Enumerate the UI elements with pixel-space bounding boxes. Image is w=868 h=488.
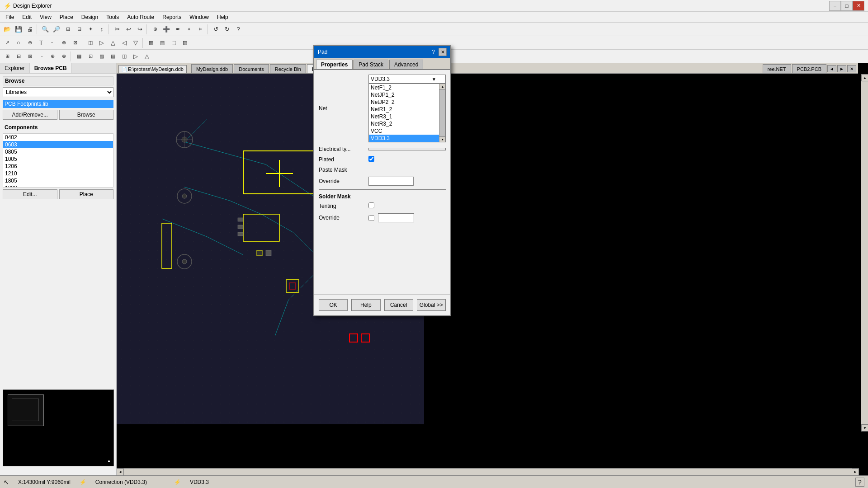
tb-fit[interactable]: ✦ [85, 24, 96, 35]
tb2-10[interactable]: △ [108, 38, 118, 48]
net-option-netf1-2[interactable]: NetF1_2 [369, 84, 439, 91]
tb-undo[interactable]: ↩ [123, 24, 134, 35]
tb-save[interactable]: 💾 [13, 24, 24, 35]
tb-zoom-area[interactable]: ⊞ [62, 24, 73, 35]
tab-documents[interactable]: Documents [234, 64, 269, 73]
tb3-13[interactable]: △ [142, 51, 152, 62]
dropdown-scroll-down[interactable]: ▼ [439, 136, 446, 142]
electrical-type-field[interactable] [368, 148, 446, 150]
tb-undo2[interactable]: ↺ [210, 24, 221, 35]
net-select-box[interactable]: VDD3.3 ▼ [368, 75, 446, 84]
tb2-1[interactable]: ↗ [2, 38, 13, 48]
menu-tools[interactable]: Tools [103, 13, 123, 21]
tb-cut[interactable]: ✂ [112, 24, 123, 35]
tab-tree-net[interactable]: ree.NET [763, 64, 791, 73]
scroll-left-button[interactable]: ◄ [117, 469, 124, 476]
tab-scroll-left[interactable]: ◄ [827, 65, 836, 72]
menu-reports[interactable]: Reports [159, 13, 185, 21]
menu-design[interactable]: Design [78, 13, 102, 21]
tb-zoom-in[interactable]: 🔍 [40, 24, 51, 35]
tb2-2[interactable]: ○ [13, 38, 24, 48]
tb3-12[interactable]: ▷ [130, 51, 141, 62]
comp-1808[interactable]: 1808 [3, 184, 113, 188]
tb3-9[interactable]: ▨ [96, 51, 107, 62]
net-option-netjp2-2[interactable]: NetJP2_2 [369, 99, 439, 106]
add-remove-button[interactable]: Add/Remove... [3, 110, 57, 120]
menu-window[interactable]: Window [186, 13, 212, 21]
tab-recycle-bin[interactable]: Recycle Bin [270, 64, 306, 73]
scroll-down-button[interactable]: ▼ [861, 424, 868, 432]
tb-help[interactable]: ? [233, 24, 244, 35]
tb2-9[interactable]: ▷ [96, 38, 107, 48]
scroll-right-button[interactable]: ► [852, 469, 859, 476]
tb2-8[interactable]: ◫ [85, 38, 96, 48]
tb3-10[interactable]: ▤ [108, 51, 118, 62]
tb3-2[interactable]: ⊟ [13, 51, 24, 62]
net-option-vcc[interactable]: VCC [369, 127, 439, 135]
comp-0805[interactable]: 0805 [3, 148, 113, 155]
tab-scroll-right[interactable]: ► [837, 65, 846, 72]
tb2-12[interactable]: ▽ [130, 38, 141, 48]
override2-input[interactable]: 4mil [378, 213, 414, 222]
tb-cross[interactable]: ⊕ [150, 24, 160, 35]
comp-1210[interactable]: 1210 [3, 170, 113, 177]
dropdown-scroll-up[interactable]: ▲ [439, 84, 446, 89]
tb-grid[interactable]: ⌗ [195, 24, 206, 35]
dialog-tab-advanced[interactable]: Advanced [389, 60, 423, 69]
tb3-6[interactable]: ⊗ [58, 51, 69, 62]
menu-help[interactable]: Help [213, 13, 232, 21]
minimize-button[interactable]: − [829, 1, 841, 11]
tab-pcb2[interactable]: PCB2.PCB [792, 64, 826, 73]
browse-button[interactable]: Browse [59, 110, 114, 120]
tb-select[interactable]: ↕ [96, 24, 107, 35]
tb3-11[interactable]: ◫ [119, 51, 130, 62]
cancel-button[interactable]: Cancel [384, 299, 413, 311]
tb3-8[interactable]: ⊡ [85, 51, 96, 62]
comp-1005[interactable]: 1005 [3, 155, 113, 163]
library-item[interactable]: PCB Footprints.lib [3, 100, 113, 108]
comp-0402[interactable]: 0402 [3, 134, 113, 141]
menu-file[interactable]: File [2, 13, 18, 21]
tab-browse-pcb[interactable]: Browse PCB [30, 63, 72, 73]
plated-checkbox[interactable] [368, 156, 374, 162]
tb2-14[interactable]: ▤ [157, 38, 168, 48]
maximize-button[interactable]: □ [841, 1, 853, 11]
comp-0603[interactable]: 0603 [3, 141, 113, 148]
dialog-close-button[interactable]: ✕ [439, 48, 447, 56]
net-option-netr3-1[interactable]: NetR3_1 [369, 113, 439, 120]
menu-edit[interactable]: Edit [19, 13, 35, 21]
tb2-3[interactable]: ⊕ [24, 38, 35, 48]
tb-add[interactable]: ➕ [161, 24, 172, 35]
tb-redo2[interactable]: ↻ [222, 24, 232, 35]
tb2-4[interactable]: T [36, 38, 47, 48]
libraries-dropdown[interactable]: Libraries [3, 87, 113, 97]
tab-close[interactable]: ✕ [847, 65, 856, 72]
tb-pencil[interactable]: ✒ [172, 24, 183, 35]
net-option-netr1-2[interactable]: NetR1_2 [369, 106, 439, 113]
menu-autoroute[interactable]: Auto Route [123, 13, 158, 21]
override2-checkbox[interactable] [368, 215, 374, 221]
tb2-6[interactable]: ⊗ [58, 38, 69, 48]
tb2-15[interactable]: ⬚ [168, 38, 179, 48]
tb3-7[interactable]: ▦ [74, 51, 85, 62]
tb3-5[interactable]: ⊕ [47, 51, 58, 62]
net-option-netr3-2[interactable]: NetR3_2 [369, 120, 439, 127]
menu-view[interactable]: View [36, 13, 55, 21]
tenting-checkbox[interactable] [368, 202, 374, 208]
dialog-tab-properties[interactable]: Properties [316, 60, 353, 69]
override-input[interactable]: 0mil [368, 177, 414, 186]
tb2-13[interactable]: ▦ [146, 38, 156, 48]
scroll-up-button[interactable]: ▲ [861, 74, 868, 81]
dialog-help-icon[interactable]: ? [432, 49, 435, 55]
tb-redo[interactable]: ↪ [134, 24, 145, 35]
tab-mydesign[interactable]: MyDesign.ddb [191, 64, 233, 73]
tb3-3[interactable]: ⊠ [24, 51, 35, 62]
net-option-netjp1-2[interactable]: NetJP1_2 [369, 91, 439, 99]
dialog-tab-padstack[interactable]: Pad Stack [354, 60, 388, 69]
tb2-16[interactable]: ▨ [179, 38, 190, 48]
ok-button[interactable]: OK [319, 299, 348, 311]
tab-explorer[interactable]: Explorer [0, 63, 30, 73]
menu-place[interactable]: Place [56, 13, 77, 21]
tb3-4[interactable]: ⋯ [36, 51, 47, 62]
tb-crosshair[interactable]: ⌖ [184, 24, 194, 35]
